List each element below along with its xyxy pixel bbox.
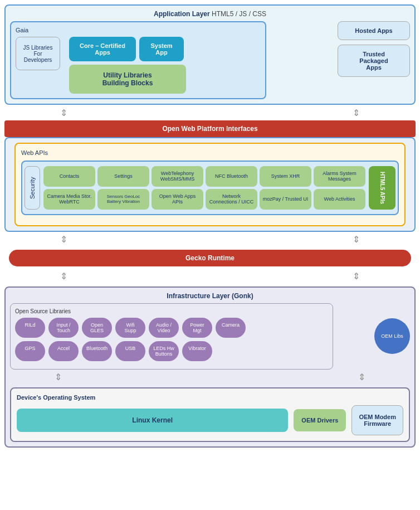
api-alarms: Alarms System Messages (314, 166, 365, 187)
right-apps: Hosted Apps Trusted Packaged Apps (338, 21, 410, 77)
webapi-section: Web APIs Security Contacts Settings WebT… (14, 143, 406, 226)
gaia-row1: Core – Certified Apps System App (69, 37, 261, 61)
lib-wifi-supp: WifiSupp (115, 318, 145, 338)
middle-section: Web APIs Security Contacts Settings WebT… (4, 137, 416, 232)
arrow-right2: ⇕ (353, 234, 360, 245)
infra-title: Infrastructure Layer (Gonk) (10, 292, 410, 300)
lib-audio-video: Audio /Video (149, 318, 179, 338)
open-source-box: Open Source Libraries RILd Input /Touch … (10, 303, 333, 370)
arrow-left: ⇕ (60, 108, 67, 118)
lib-row2: GPS Accel Bluetooth USB LEDs HwButtons V… (15, 341, 328, 361)
hosted-apps: Hosted Apps (338, 21, 410, 40)
gecko-layer: Gecko Runtime (9, 250, 411, 266)
application-layer: Application Layer HTML5 / JS / CSS Gaia … (4, 4, 416, 105)
lib-power-mgt: PowerMgt (182, 318, 212, 338)
lib-gps: GPS (15, 341, 45, 361)
lib-rild: RILd (15, 318, 45, 338)
api-open-web: Open Web Apps APIs (152, 189, 203, 210)
app-layer-subtitle: HTML5 / JS / CSS (212, 10, 266, 18)
utility-libraries: Utility Libraries Building Blocks (69, 65, 186, 94)
lib-vibrator: Vibrator (182, 341, 212, 361)
oem-drivers: OEM Drivers (294, 409, 346, 431)
api-contacts: Contacts (43, 166, 95, 187)
app-layer-inner: Gaia JS Libraries For Developers Core – … (10, 21, 410, 99)
security-label: Security (25, 166, 40, 210)
arrow-left2: ⇕ (60, 234, 67, 245)
arrow-left3: ⇕ (60, 271, 67, 281)
lib-usb: USB (115, 341, 145, 361)
owp-layer: Open Web Platform Interfaces (4, 120, 416, 137)
api-mozpay: mozPay / Trusted UI (260, 189, 311, 210)
api-network: Network Connections / UICC (206, 189, 257, 210)
js-libraries-box: JS Libraries For Developers (16, 37, 60, 70)
lib-open-gles: OpenGLES (82, 318, 112, 338)
arrows-owp-gecko: ⇕ ⇕ (4, 232, 416, 247)
device-os-layer: Device's Operating System Linux Kernel O… (10, 387, 410, 442)
api-sensors: Sensors GeoLoc Battery Vibration (97, 189, 149, 210)
devos-title: Device's Operating System (17, 394, 403, 401)
api-grid: Contacts Settings WebTelephony WebSMS/MM… (43, 166, 365, 210)
api-nfc-bluetooth: NFC Bluetooth (206, 166, 257, 187)
lib-accel: Accel (48, 341, 79, 361)
arrows-infra-devos: ⇕ ⇕ (10, 370, 410, 385)
core-certified-apps: Core – Certified Apps (69, 37, 136, 61)
lib-leds-hw: LEDs HwButtons (149, 341, 179, 361)
arrow-right3: ⇕ (353, 271, 360, 281)
arrows-app-owp: ⇕ ⇕ (4, 105, 416, 120)
oem-libs: OEM Libs (374, 318, 410, 354)
arrow-right4: ⇕ (358, 372, 365, 382)
webapi-outer: Security Contacts Settings WebTelephony … (21, 161, 399, 215)
infrastructure-layer: Infrastructure Layer (Gonk) Open Source … (4, 286, 416, 448)
gaia-title: Gaia (16, 27, 261, 33)
arrows-gecko-infra: ⇕ ⇕ (4, 269, 416, 284)
lib-input-touch: Input /Touch (48, 318, 79, 338)
lib-bluetooth: Bluetooth (82, 341, 112, 361)
diagram: Application Layer HTML5 / JS / CSS Gaia … (0, 0, 420, 452)
open-source-title: Open Source Libraries (15, 308, 328, 314)
html5-apis: HTML5 APIs (369, 166, 395, 210)
oem-modem-firmware: OEM Modem Firmware (351, 405, 403, 435)
api-system-xhr: System XHR (260, 166, 311, 187)
system-app: System App (139, 37, 184, 61)
api-camera: Camera Media Stor. WebRTC (43, 189, 95, 210)
trusted-packaged-apps: Trusted Packaged Apps (338, 45, 410, 77)
lib-camera: Camera (216, 318, 246, 338)
infra-inner: Open Source Libraries RILd Input /Touch … (10, 303, 410, 370)
app-layer-title-text: Application Layer (154, 10, 210, 18)
gaia-box: Gaia JS Libraries For Developers Core – … (10, 21, 266, 99)
linux-kernel: Linux Kernel (17, 409, 288, 432)
lib-row1: RILd Input /Touch OpenGLES WifiSupp Audi… (15, 318, 328, 338)
webapi-title: Web APIs (21, 149, 399, 156)
arrow-left4: ⇕ (55, 372, 62, 382)
api-settings: Settings (97, 166, 149, 187)
arrow-right: ⇕ (353, 108, 360, 118)
devos-items: Linux Kernel OEM Drivers OEM Modem Firmw… (17, 405, 403, 435)
api-web-activities: Web Activities (314, 189, 365, 210)
app-layer-title: Application Layer HTML5 / JS / CSS (10, 10, 410, 18)
api-webtelephony: WebTelephony WebSMS/MMS (152, 166, 203, 187)
